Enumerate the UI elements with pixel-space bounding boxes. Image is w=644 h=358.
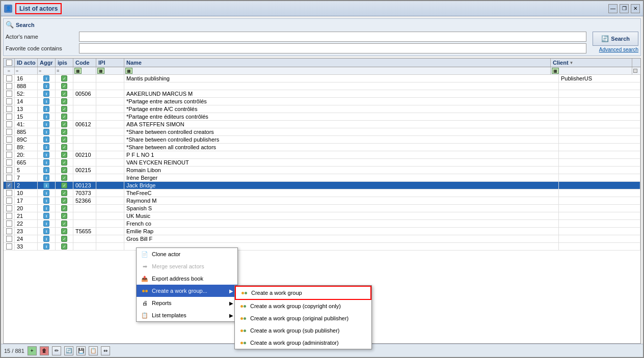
row-checkbox[interactable]: [6, 175, 12, 181]
info-icon[interactable]: i: [43, 106, 49, 112]
add-btn[interactable]: +: [28, 346, 37, 355]
fc-name-filter[interactable]: ▦: [125, 68, 132, 74]
th-client[interactable]: Client ▼: [551, 59, 632, 67]
context-export[interactable]: 📤 Export address book: [137, 272, 237, 285]
row-checkbox[interactable]: [6, 221, 12, 227]
table-row[interactable]: ✓2i✓00123Jack Bridge: [4, 182, 640, 189]
table-row[interactable]: 22i✓French co: [4, 220, 640, 228]
table-row[interactable]: 7i✓Irène Berger: [4, 174, 640, 182]
info-icon[interactable]: i: [43, 159, 49, 166]
refresh-btn[interactable]: 🔄: [64, 346, 73, 355]
info-icon[interactable]: i: [43, 190, 49, 196]
delete-btn[interactable]: 🗑: [40, 346, 49, 355]
row-checkbox[interactable]: [6, 205, 12, 211]
table-row[interactable]: 20i✓Spanish S: [4, 205, 640, 212]
row-checkbox[interactable]: [6, 167, 12, 173]
table-row[interactable]: 5i✓00215Romain Libon: [4, 167, 640, 174]
td-checkbox[interactable]: [4, 128, 15, 135]
info-icon[interactable]: i: [43, 98, 49, 104]
row-checkbox[interactable]: [6, 236, 12, 242]
td-checkbox[interactable]: [4, 189, 15, 197]
row-checkbox[interactable]: [6, 83, 12, 89]
td-checkbox[interactable]: [4, 151, 15, 158]
table-row[interactable]: 13i✓*Partage entre A/C contrôlés: [4, 105, 640, 113]
td-checkbox[interactable]: [4, 228, 15, 235]
row-checkbox[interactable]: [6, 98, 12, 104]
info-icon[interactable]: i: [43, 243, 49, 250]
fc-scroll-btn[interactable]: [633, 69, 637, 73]
row-checkbox[interactable]: [6, 152, 12, 158]
row-checkbox[interactable]: [6, 106, 12, 112]
minimize-button[interactable]: —: [608, 4, 618, 13]
copy-btn[interactable]: 📋: [89, 346, 98, 355]
context-reports[interactable]: 🖨 Reports ▶: [137, 297, 237, 309]
row-checkbox[interactable]: [6, 75, 12, 81]
info-icon[interactable]: i: [43, 228, 49, 234]
row-checkbox[interactable]: [6, 228, 12, 234]
row-checkbox[interactable]: [6, 213, 12, 219]
td-checkbox[interactable]: [4, 167, 15, 174]
submenu-administrator[interactable]: Create a work group (administrator): [235, 337, 371, 349]
td-checkbox[interactable]: [4, 235, 15, 242]
row-checkbox[interactable]: [6, 198, 12, 204]
td-checkbox[interactable]: [4, 220, 15, 227]
th-id[interactable]: ID acto ▼: [15, 59, 38, 67]
actor-name-input[interactable]: [79, 32, 586, 42]
info-icon[interactable]: i: [43, 75, 49, 81]
row-checkbox[interactable]: ✓: [6, 182, 12, 188]
info-icon[interactable]: i: [43, 121, 49, 127]
fc-client-filter[interactable]: ▦: [552, 68, 559, 74]
table-row[interactable]: 21i✓UK Music: [4, 212, 640, 220]
row-checkbox[interactable]: [6, 159, 12, 166]
td-checkbox[interactable]: [4, 121, 15, 128]
row-checkbox[interactable]: [6, 114, 12, 120]
favorite-code-input[interactable]: [79, 43, 586, 53]
submenu-copyright-only[interactable]: Create a work group (copyright only): [235, 300, 371, 312]
table-row[interactable]: 665i✓VAN EYCKEN REINOUT: [4, 159, 640, 167]
restore-button[interactable]: ❐: [620, 4, 629, 13]
td-checkbox[interactable]: [4, 174, 15, 181]
info-icon[interactable]: i: [43, 182, 49, 188]
td-checkbox[interactable]: [4, 105, 15, 113]
row-checkbox[interactable]: [6, 129, 12, 135]
info-icon[interactable]: i: [43, 175, 49, 181]
th-name[interactable]: Name: [124, 59, 551, 67]
td-checkbox[interactable]: [4, 144, 15, 151]
submenu-sub-publisher[interactable]: Create a work group (sub publisher): [235, 324, 371, 337]
submenu-original-publisher[interactable]: Create a work group (original publisher): [235, 312, 371, 324]
table-row[interactable]: 885i✓*Share between controlled creators: [4, 128, 640, 136]
info-icon[interactable]: i: [43, 136, 49, 143]
info-icon[interactable]: i: [43, 221, 49, 227]
table-row[interactable]: 17i✓52366Raymond M: [4, 197, 640, 205]
td-checkbox[interactable]: [4, 136, 15, 143]
info-icon[interactable]: i: [43, 144, 49, 150]
edit-btn[interactable]: ✏: [52, 346, 61, 355]
td-checkbox[interactable]: [4, 82, 15, 90]
advanced-search-link[interactable]: Advanced search: [599, 47, 638, 52]
th-code[interactable]: Code: [73, 59, 96, 67]
table-row[interactable]: 23i✓T5655Emilie Rap: [4, 228, 640, 235]
table-row[interactable]: 15i✓*Partage entre éditeurs contrôlés: [4, 113, 640, 121]
th-ipis[interactable]: ipis: [56, 59, 73, 67]
fc-ipi-filter[interactable]: ▦: [97, 68, 104, 74]
info-icon[interactable]: i: [43, 198, 49, 204]
table-row[interactable]: 41:i✓00612ABA STEFFEN SIMON: [4, 121, 640, 128]
nav-btn[interactable]: ⇔: [101, 346, 110, 355]
close-button[interactable]: ✕: [631, 4, 640, 13]
context-templates[interactable]: 📋 List templates ▶: [137, 309, 237, 321]
info-icon[interactable]: i: [43, 91, 49, 97]
table-row[interactable]: 16i✓Mantis publishingPublisherUS: [4, 75, 640, 82]
table-row[interactable]: 20:i✓00210P F L NO 1: [4, 151, 640, 159]
table-row[interactable]: 89Ci✓*Share between controlled publisher…: [4, 136, 640, 144]
row-checkbox[interactable]: [6, 190, 12, 196]
row-checkbox[interactable]: [6, 121, 12, 127]
row-checkbox[interactable]: [6, 144, 12, 150]
td-checkbox[interactable]: [4, 243, 15, 250]
info-icon[interactable]: i: [43, 205, 49, 211]
td-checkbox[interactable]: [4, 205, 15, 212]
info-icon[interactable]: i: [43, 114, 49, 120]
info-icon[interactable]: i: [43, 236, 49, 242]
save-btn[interactable]: 💾: [76, 346, 86, 355]
th-aggr[interactable]: Aggr: [38, 59, 56, 67]
th-checkbox[interactable]: [4, 59, 15, 67]
